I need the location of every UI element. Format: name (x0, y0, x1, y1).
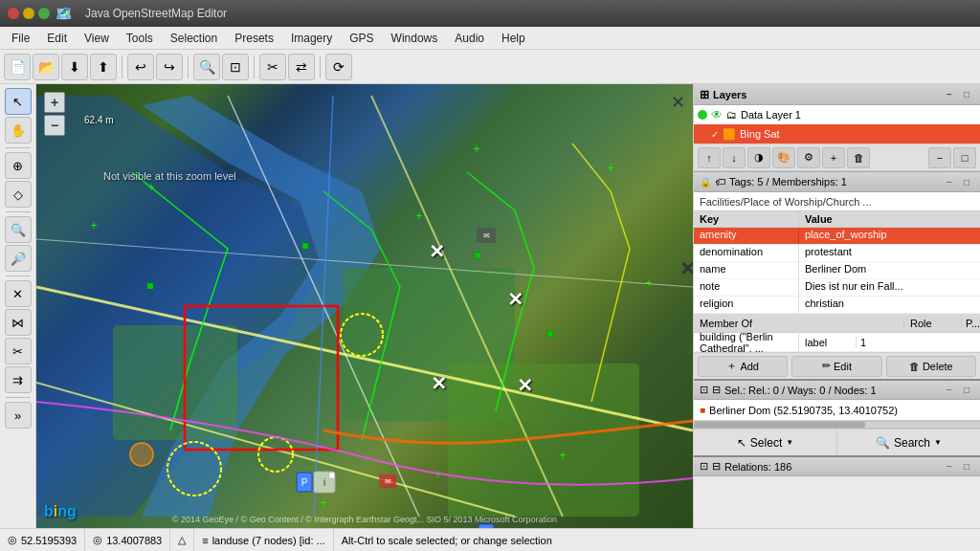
building-p: 1 (857, 337, 876, 348)
close-button[interactable] (8, 8, 19, 19)
menu-view[interactable]: View (77, 30, 117, 47)
redo-button[interactable]: ↪ (156, 54, 183, 80)
selection-scrollbar[interactable] (694, 421, 980, 429)
delete-tag-button[interactable]: 🗑 Delete (886, 356, 976, 377)
zoom-rect-button[interactable]: 🔍 (193, 54, 220, 80)
tags-icon: 🏷 (715, 176, 725, 187)
building-row[interactable]: building ("Berlin Cathedral", ... label … (694, 333, 980, 352)
hint-text: Alt-Ctrl to scale selected; or change se… (342, 535, 552, 546)
layer-bing-sat[interactable]: ✓ 🟧 Bing Sat (694, 124, 980, 143)
new-button[interactable]: 📄 (4, 54, 31, 80)
refresh-button[interactable]: ⟳ (325, 54, 352, 80)
search-button[interactable]: 🔍 Search ▼ (837, 430, 980, 456)
tags-table: Key Value amenity place_of_worship denom… (694, 211, 980, 314)
select-button[interactable]: ↖ Select ▼ (694, 430, 837, 456)
layer-settings[interactable]: ⚙ (797, 147, 820, 168)
tag-val-amenity: place_of_worship (799, 228, 980, 244)
map-copyright: © 2014 GeoEye / © Geo Content / © Interg… (36, 515, 693, 524)
tag-row-note[interactable]: note Dies ist nur ein Fall... (694, 279, 980, 297)
tag-key-note: note (694, 279, 799, 296)
split-tool[interactable]: ✂ (5, 338, 32, 364)
plus-icon: ＋ (726, 359, 737, 373)
lon-icon: ◎ (93, 534, 102, 546)
connect-tool[interactable]: ⋈ (5, 309, 32, 336)
menu-windows[interactable]: Windows (384, 30, 446, 47)
zoom-in-button[interactable]: + (44, 92, 65, 113)
expand-tool[interactable]: » (5, 402, 32, 429)
search-dropdown-arrow[interactable]: ▼ (934, 438, 942, 447)
download-button[interactable]: ⬇ (61, 54, 88, 80)
layer-add[interactable]: + (822, 147, 845, 168)
edit-icon: ✏ (822, 360, 831, 372)
select-dropdown-arrow[interactable]: ▼ (786, 438, 793, 447)
zoom-controls: + − (44, 92, 65, 136)
layer-delete[interactable]: 🗑 (847, 147, 870, 168)
layer-panel-detach[interactable]: □ (953, 147, 976, 168)
tag-row-religion[interactable]: religion christian (694, 297, 980, 314)
layer-panel-minimize[interactable]: − (928, 147, 951, 168)
layers-detach[interactable]: □ (959, 87, 974, 102)
layer-move-up[interactable]: ↑ (698, 147, 721, 168)
zoom-out-button[interactable]: − (44, 115, 65, 136)
map-close-button[interactable]: ✕ (671, 92, 685, 113)
tags-minimize[interactable]: − (942, 174, 957, 189)
zoom-out-tool[interactable]: 🔎 (5, 245, 32, 272)
sel-detach[interactable]: □ (959, 383, 974, 398)
undo-button[interactable]: ↩ (127, 54, 154, 80)
minimize-button[interactable] (23, 8, 34, 19)
delete-tool[interactable]: ✕ (5, 280, 32, 307)
parallel-tool[interactable]: ⇉ (5, 366, 32, 393)
tags-panel-actions: − □ (942, 174, 974, 189)
layer-active-indicator (698, 110, 707, 120)
upload-button[interactable]: ⬆ (90, 54, 117, 80)
pan-tool[interactable]: ✋ (5, 117, 32, 143)
search-icon: 🔍 (876, 436, 890, 450)
sel-minimize[interactable]: − (942, 383, 957, 398)
tag-row-amenity[interactable]: amenity place_of_worship (694, 228, 980, 245)
layer-name-bing: Bing Sat (740, 128, 780, 140)
layers-list: 👁 🗂 Data Layer 1 ✓ 🟧 Bing Sat (694, 105, 980, 144)
selection-item[interactable]: ■ Berliner Dom (52.5190735, 13.4010752) (694, 400, 980, 421)
zoom-in-tool[interactable]: 🔍 (5, 216, 32, 243)
layer-data-1[interactable]: 👁 🗂 Data Layer 1 (694, 105, 980, 124)
tags-detach[interactable]: □ (959, 174, 974, 189)
road-tool-button[interactable]: ✂ (259, 54, 286, 80)
menu-edit[interactable]: Edit (39, 30, 75, 47)
relations-minimize[interactable]: − (942, 459, 957, 474)
menu-tools[interactable]: Tools (119, 30, 161, 47)
map-area[interactable]: ✕ ✕ ✕ ✕ ✕ + + + + + + + + + (36, 84, 693, 528)
scrollbar-thumb[interactable] (694, 422, 865, 428)
layer-visibility-icon[interactable]: 👁 (711, 108, 723, 121)
zoom-extent-button[interactable]: ⊡ (222, 54, 249, 80)
layer-vis-check[interactable]: ✓ (711, 129, 719, 140)
open-button[interactable]: 📂 (33, 54, 59, 80)
layer-type-icon: 🗂 (726, 109, 737, 121)
layer-imagery-icon: 🟧 (723, 128, 736, 141)
menu-gps[interactable]: GPS (342, 30, 381, 47)
draw-node-tool[interactable]: ⊕ (5, 152, 32, 179)
add-tag-button[interactable]: ＋ Add (698, 356, 788, 377)
edit-tag-button[interactable]: ✏ Edit (791, 356, 881, 377)
menu-file[interactable]: File (4, 30, 37, 47)
layer-opacity[interactable]: ◑ (747, 147, 770, 168)
menu-audio[interactable]: Audio (447, 30, 492, 47)
tag-key-name: name (694, 262, 799, 278)
menu-selection[interactable]: Selection (163, 30, 225, 47)
layer-color[interactable]: 🎨 (772, 147, 795, 168)
tag-row-denomination[interactable]: denomination protestant (694, 245, 980, 262)
layer-move-down[interactable]: ↓ (723, 147, 746, 168)
menu-help[interactable]: Help (494, 30, 533, 47)
draw-area-tool[interactable]: ◇ (5, 181, 32, 208)
statusbar: ◎ 52.5195393 ◎ 13.4007883 △ ≡ landuse (7… (0, 528, 980, 551)
merge-tool-button[interactable]: ⇄ (288, 54, 315, 80)
tag-row-name[interactable]: name Berliner Dom (694, 262, 980, 279)
relations-detach[interactable]: □ (959, 459, 974, 474)
maximize-button[interactable] (38, 8, 50, 19)
layers-icon: ⊞ (700, 88, 709, 101)
menu-presets[interactable]: Presets (227, 30, 281, 47)
main-area: ↖ ✋ ⊕ ◇ 🔍 🔎 ✕ ⋈ ✂ ⇉ » (0, 84, 980, 528)
layers-minimize[interactable]: − (942, 87, 957, 102)
selection-panel-header: ⊡ ⊟ Sel.: Rel.: 0 / Ways: 0 / Nodes: 1 −… (694, 379, 980, 400)
menu-imagery[interactable]: Imagery (283, 30, 340, 47)
select-tool[interactable]: ↖ (5, 88, 32, 115)
